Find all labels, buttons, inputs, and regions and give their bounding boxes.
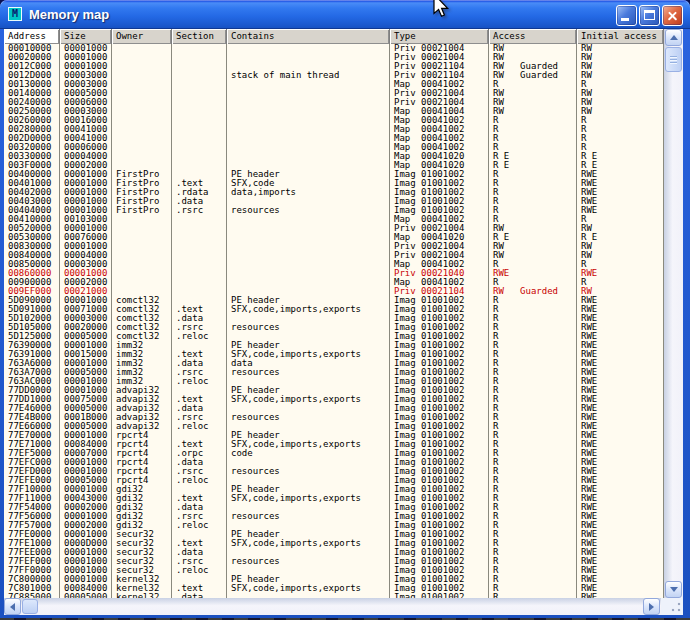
table-row[interactable]: 763A700000005000imm32.rsrcresourcesImag … [4, 368, 664, 377]
table-row[interactable]: 0053000000076000Map 00041020R ER E [4, 233, 664, 242]
table-row[interactable]: 77FEF00000001000secur32.rsrcresourcesIma… [4, 557, 664, 566]
scroll-left-button[interactable] [4, 598, 21, 615]
table-row[interactable]: 0025000000003000Map 00041004RWRW [4, 107, 664, 116]
table-row[interactable]: 0012C00000001000Priv 00021104RW GuardedR… [4, 62, 664, 71]
cell-section [172, 431, 227, 440]
table-row[interactable]: 002D000000041000Map 00041002RR [4, 134, 664, 143]
table-row[interactable]: 77DD100000075000advapi32.textSFX,code,im… [4, 395, 664, 404]
cell-section [172, 71, 227, 80]
table-row[interactable]: 763A600000001000imm32.datadataImag 01001… [4, 359, 664, 368]
table-row[interactable]: 77F1000000001000gdi32PE headerImag 01001… [4, 485, 664, 494]
column-header-contains[interactable]: Contains [227, 29, 390, 44]
cell-access: R [489, 395, 577, 404]
table-row[interactable]: 5D12500000005000comctl32.relocImag 01001… [4, 332, 664, 341]
table-row[interactable]: 77F1100000043000gdi32.textSFX,code,impor… [4, 494, 664, 503]
cell-address: 00830000 [4, 242, 60, 251]
table-row[interactable]: 7639100000015000imm32.textSFX,code,impor… [4, 350, 664, 359]
table-row[interactable]: 5D10500000020000comctl32.rsrcresourcesIm… [4, 323, 664, 332]
table-row[interactable]: 0028000000041000Map 00041002RR [4, 125, 664, 134]
table-row[interactable]: 0040200000001000FirstPro.rdatadata,impor… [4, 188, 664, 197]
table-row[interactable]: 77FEE00000001000secur32.dataImag 0100100… [4, 548, 664, 557]
table-row[interactable]: 77E7000000001000rpcrt4PE headerImag 0100… [4, 431, 664, 440]
table-row[interactable]: 5D09100000071000comctl32.textSFX,code,im… [4, 305, 664, 314]
cell-type: Imag 01001002 [390, 494, 489, 503]
table-row[interactable]: 77FF000000001000secur32.relocImag 010010… [4, 566, 664, 575]
table-row[interactable]: 0040000000001000FirstProPE headerImag 01… [4, 170, 664, 179]
table-row[interactable]: 0083000000001000Priv 00021004RWRW [4, 242, 664, 251]
column-header-access[interactable]: Access [489, 29, 577, 44]
column-header-section[interactable]: Section [172, 29, 227, 44]
horizontal-scroll-thumb[interactable] [22, 599, 38, 614]
table-row[interactable]: 0024000000006000Priv 00021004RWRW [4, 98, 664, 107]
cell-contains [227, 269, 390, 278]
table-row[interactable]: 5D10200000003000comctl32.dataImag 010010… [4, 314, 664, 323]
table-row[interactable]: 0013000000003000Map 00041002RR [4, 80, 664, 89]
column-header-initial-access[interactable]: Initial access [577, 29, 664, 44]
table-row[interactable]: 77FE000000001000secur32PE headerImag 010… [4, 530, 664, 539]
cell-type: Imag 01001002 [390, 503, 489, 512]
column-header-address[interactable]: Address [4, 29, 60, 44]
maximize-button[interactable] [639, 5, 660, 26]
table-row[interactable]: 77F5700000002000gdi32.relocImag 01001002… [4, 521, 664, 530]
resize-grip[interactable] [668, 600, 682, 614]
table-row[interactable]: 0033000000004000Map 00041020R ER E [4, 152, 664, 161]
table-row[interactable]: 0086000000001000Priv 00021040RWERWE [4, 269, 664, 278]
table-row[interactable]: 0001000000001000Priv 00021004RWRW [4, 44, 664, 53]
table-row[interactable]: 77EFE00000005000rpcrt4.relocImag 0100100… [4, 476, 664, 485]
table-row[interactable]: 009EF00000021000Priv 00021104RW GuardedR… [4, 287, 664, 296]
table-row[interactable]: 77DD000000001000advapi32PE headerImag 01… [4, 386, 664, 395]
table-row[interactable]: 0012D00000003000stack of main threadPriv… [4, 71, 664, 80]
table-row[interactable]: 7C80100000084000kernel32.textSFX,code,im… [4, 584, 664, 593]
column-header-owner[interactable]: Owner [112, 29, 172, 44]
cell-size: 00004000 [60, 251, 112, 260]
column-header-type[interactable]: Type [390, 29, 489, 44]
cell-address: 77EFD000 [4, 467, 60, 476]
table-row[interactable]: 0052000000001000Priv 00021004RWRW [4, 224, 664, 233]
titlebar[interactable]: M Memory map [0, 0, 690, 29]
table-row[interactable]: 0040100000001000FirstPro.textSFX,codeIma… [4, 179, 664, 188]
table-row[interactable]: 77E4B0000001B000advapi32.rsrcresourcesIm… [4, 413, 664, 422]
table-row[interactable]: 0040400000001000FirstPro.rsrcresourcesIm… [4, 206, 664, 215]
cell-address: 003F0000 [4, 161, 60, 170]
cell-access: R [489, 368, 577, 377]
table-row[interactable]: 0040300000001000FirstPro.dataImag 010010… [4, 197, 664, 206]
table-row[interactable]: 0026000000016000Map 00041002RR [4, 116, 664, 125]
app-icon[interactable]: M [8, 7, 22, 21]
scroll-up-button[interactable] [665, 29, 682, 46]
cell-initial: RWE [577, 521, 664, 530]
table-row[interactable]: 7639000000001000imm32PE headerImag 01001… [4, 341, 664, 350]
cell-owner: kernel32 [112, 575, 172, 584]
minimize-button[interactable] [616, 5, 637, 26]
table-row[interactable]: 0002000000001000Priv 00021004RWRW [4, 53, 664, 62]
vertical-scroll-thumb[interactable] [665, 47, 682, 72]
table-row[interactable]: 77EF500000007000rpcrt4.orpccodeImag 0100… [4, 449, 664, 458]
column-header-size[interactable]: Size [60, 29, 112, 44]
table-row[interactable]: 5D09000000001000comctl32PE headerImag 01… [4, 296, 664, 305]
vertical-scrollbar[interactable] [664, 29, 683, 598]
table-row[interactable]: 77EFC00000001000rpcrt4.dataImag 01001002… [4, 458, 664, 467]
table-row[interactable]: 0032000000006000Map 00041002RR [4, 143, 664, 152]
table-row[interactable]: 7C80000000001000kernel32PE headerImag 01… [4, 575, 664, 584]
table-row[interactable]: 77E7100000084000rpcrt4.textSFX,code,impo… [4, 440, 664, 449]
table-row[interactable]: 0041000000103000Map 00041002RR [4, 215, 664, 224]
close-button[interactable] [662, 5, 683, 26]
table-row[interactable]: 77FE10000000D000secur32.textSFX,code,imp… [4, 539, 664, 548]
horizontal-scrollbar[interactable] [4, 598, 683, 615]
cell-address: 00850000 [4, 260, 60, 269]
cell-section [172, 44, 227, 53]
table-row[interactable]: 77E4600000005000advapi32.dataImag 010010… [4, 404, 664, 413]
table-row[interactable]: 0014000000005000Priv 00021004RWRW [4, 89, 664, 98]
cell-size: 00005000 [60, 476, 112, 485]
table-row[interactable]: 0085000000003000Map 00041002RR [4, 260, 664, 269]
table-row[interactable]: 77F5600000001000gdi32.rsrcresourcesImag … [4, 512, 664, 521]
table-row[interactable]: 0090000000002000Map 00041002RR [4, 278, 664, 287]
table-row[interactable]: 77E6600000005000advapi32.relocImag 01001… [4, 422, 664, 431]
table-row[interactable]: 003F000000002000Map 00041020R ER E [4, 161, 664, 170]
table-row[interactable]: 77F5400000002000gdi32.dataImag 01001002R… [4, 503, 664, 512]
scroll-right-button[interactable] [643, 598, 660, 615]
table-row[interactable]: 0084000000004000Priv 00021004RWRW [4, 251, 664, 260]
cell-initial: RWE [577, 314, 664, 323]
table-row[interactable]: 77EFD00000001000rpcrt4.rsrcresourcesImag… [4, 467, 664, 476]
table-row[interactable]: 763AC00000001000imm32.relocImag 01001002… [4, 377, 664, 386]
scroll-down-button[interactable] [665, 581, 682, 598]
